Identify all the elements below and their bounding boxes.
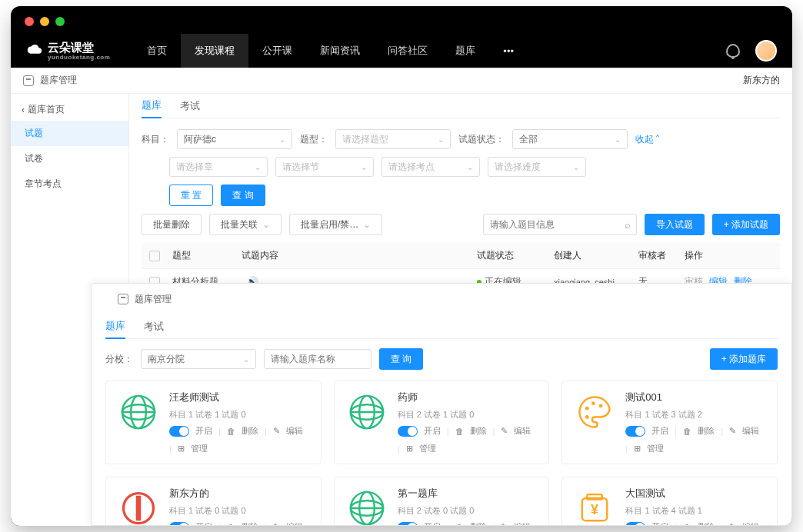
edit-icon[interactable]: ✎ bbox=[729, 522, 736, 526]
svg-text:¥: ¥ bbox=[591, 502, 598, 517]
lower-tab-bank[interactable]: 题库 bbox=[105, 314, 125, 339]
edit-label[interactable]: 编辑 bbox=[514, 521, 531, 526]
nav-home[interactable]: 首页 bbox=[133, 34, 181, 68]
edit-label[interactable]: 编辑 bbox=[286, 425, 303, 437]
edit-icon[interactable]: ✎ bbox=[501, 426, 508, 436]
filter-chapter-select[interactable]: 请选择章⌄ bbox=[169, 157, 268, 177]
trash-icon[interactable]: 🗑 bbox=[455, 427, 464, 436]
chevron-down-icon: ⌄ bbox=[363, 219, 371, 230]
enable-toggle[interactable] bbox=[398, 522, 418, 527]
module-icon bbox=[118, 294, 128, 304]
nav-qa[interactable]: 问答社区 bbox=[374, 34, 441, 68]
chevron-up-icon: ˄ bbox=[655, 134, 660, 145]
bank-card-title: 新东方的 bbox=[169, 487, 310, 500]
add-bank-button[interactable]: + 添加题库 bbox=[710, 348, 778, 370]
edit-label[interactable]: 编辑 bbox=[286, 521, 303, 526]
filter-status-label: 试题状态： bbox=[458, 133, 505, 146]
reset-button[interactable]: 重 置 bbox=[169, 185, 213, 206]
trash-icon[interactable]: 🗑 bbox=[683, 523, 691, 527]
user-avatar[interactable] bbox=[755, 40, 777, 62]
import-questions-button[interactable]: 导入试题 bbox=[645, 214, 705, 235]
enable-toggle[interactable] bbox=[625, 426, 645, 437]
grid-icon[interactable]: ⊞ bbox=[178, 444, 185, 454]
edit-icon[interactable]: ✎ bbox=[501, 522, 508, 526]
svg-point-11 bbox=[585, 415, 589, 419]
brand-logo[interactable]: 云朵课堂 yunduoketang.com bbox=[26, 41, 110, 61]
nav-open-courses[interactable]: 公开课 bbox=[248, 34, 306, 68]
grid-icon[interactable]: ⊞ bbox=[406, 444, 413, 454]
filter-subject-select[interactable]: 阿萨德c ⌄ bbox=[177, 129, 292, 149]
delete-label[interactable]: 删除 bbox=[698, 521, 715, 526]
edit-icon[interactable]: ✎ bbox=[273, 426, 280, 436]
delete-label[interactable]: 删除 bbox=[470, 425, 487, 437]
branch-value: 南京分院 bbox=[148, 353, 185, 366]
nav-discover-courses[interactable]: 发现课程 bbox=[181, 34, 248, 68]
filter-section-select[interactable]: 请选择节⌄ bbox=[275, 157, 374, 177]
delete-label[interactable]: 删除 bbox=[470, 521, 487, 526]
branch-select[interactable]: 南京分院 ⌄ bbox=[141, 349, 256, 369]
enable-toggle[interactable] bbox=[398, 426, 418, 437]
nav-question-bank[interactable]: 题库 bbox=[441, 34, 489, 68]
filter-difficulty-select[interactable]: 请选择难度⌄ bbox=[488, 157, 586, 177]
manage-label[interactable]: 管理 bbox=[191, 443, 208, 454]
nav-news[interactable]: 新闻资讯 bbox=[306, 34, 374, 68]
enable-toggle[interactable] bbox=[625, 522, 645, 527]
lower-query-button[interactable]: 查 询 bbox=[379, 348, 423, 370]
enable-toggle[interactable] bbox=[169, 522, 189, 527]
tab-bank[interactable]: 题库 bbox=[142, 94, 162, 118]
edit-icon[interactable]: ✎ bbox=[729, 426, 736, 436]
edit-label[interactable]: 编辑 bbox=[742, 425, 759, 437]
sidebar-item-papers[interactable]: 试卷 bbox=[11, 146, 128, 171]
edit-label[interactable]: 编辑 bbox=[514, 425, 531, 437]
sidebar-item-chapter-points[interactable]: 章节考点 bbox=[11, 171, 128, 197]
trash-icon[interactable]: 🗑 bbox=[227, 427, 235, 436]
svg-point-9 bbox=[591, 401, 595, 405]
svg-point-10 bbox=[599, 404, 603, 407]
lower-breadcrumb-title: 题库管理 bbox=[135, 293, 172, 306]
edit-label[interactable]: 编辑 bbox=[742, 521, 759, 526]
filter-collapse-toggle[interactable]: 收起 ˄ bbox=[635, 133, 660, 146]
trash-icon[interactable]: 🗑 bbox=[683, 427, 691, 436]
nav-more[interactable]: ••• bbox=[489, 34, 528, 68]
logo-subtext: yunduoketang.com bbox=[48, 54, 110, 61]
maximize-window-icon[interactable] bbox=[55, 17, 65, 26]
trash-icon[interactable]: 🗑 bbox=[455, 523, 464, 527]
grid-icon[interactable]: ⊞ bbox=[634, 444, 641, 454]
select-all-checkbox[interactable] bbox=[149, 251, 160, 261]
question-search-input[interactable] bbox=[483, 214, 637, 235]
trash-icon[interactable]: 🗑 bbox=[227, 523, 235, 527]
sidebar-back[interactable]: ‹ 题库首页 bbox=[11, 98, 128, 121]
manage-label[interactable]: 管理 bbox=[647, 443, 664, 454]
close-window-icon[interactable] bbox=[25, 17, 34, 26]
sidebar-item-questions[interactable]: 试题 bbox=[11, 121, 128, 146]
enable-toggle[interactable] bbox=[169, 426, 189, 437]
notifications-icon[interactable] bbox=[726, 44, 740, 58]
search-icon[interactable]: ⌕ bbox=[625, 219, 631, 231]
query-button[interactable]: 查 询 bbox=[221, 185, 265, 206]
manage-label[interactable]: 管理 bbox=[419, 443, 436, 454]
delete-label[interactable]: 删除 bbox=[242, 425, 258, 437]
filter-type-select[interactable]: 请选择题型 ⌄ bbox=[335, 129, 451, 149]
bank-card-title: 大国测试 bbox=[625, 487, 766, 500]
bulk-enable-select[interactable]: 批量启用/禁… ⌄ bbox=[289, 214, 382, 235]
edit-icon[interactable]: ✎ bbox=[273, 522, 280, 526]
bank-card-meta: 科目 1 试卷 4 试题 1 bbox=[625, 505, 766, 517]
bank-card-grid: 汪老师测试科目 1 试卷 1 试题 0开启|🗑删除|✎编辑|⊞管理药师科目 2 … bbox=[105, 381, 778, 526]
filter-point-select[interactable]: 请选择考点⌄ bbox=[382, 157, 480, 177]
delete-label[interactable]: 删除 bbox=[698, 425, 715, 437]
filter-status-select[interactable]: 全部 ⌄ bbox=[512, 129, 628, 149]
bank-name-input[interactable] bbox=[271, 354, 365, 364]
delete-label[interactable]: 删除 bbox=[242, 521, 258, 526]
bank-card-ops: 开启|🗑删除|✎编辑|⊞管理 bbox=[398, 521, 538, 526]
bank-card-title: 第一题库 bbox=[398, 487, 538, 500]
add-question-button[interactable]: + 添加试题 bbox=[712, 214, 780, 235]
toggle-label: 开启 bbox=[424, 425, 441, 437]
chevron-down-icon: ⌄ bbox=[361, 163, 367, 171]
lower-tab-exam[interactable]: 考试 bbox=[144, 314, 164, 339]
bank-card-icon bbox=[117, 487, 160, 526]
tab-exam[interactable]: 考试 bbox=[180, 94, 200, 118]
toggle-label: 开启 bbox=[424, 521, 441, 526]
minimize-window-icon[interactable] bbox=[40, 17, 49, 26]
bulk-delete-button[interactable]: 批量删除 bbox=[142, 214, 202, 235]
bulk-relate-select[interactable]: 批量关联 ⌄ bbox=[209, 214, 282, 235]
